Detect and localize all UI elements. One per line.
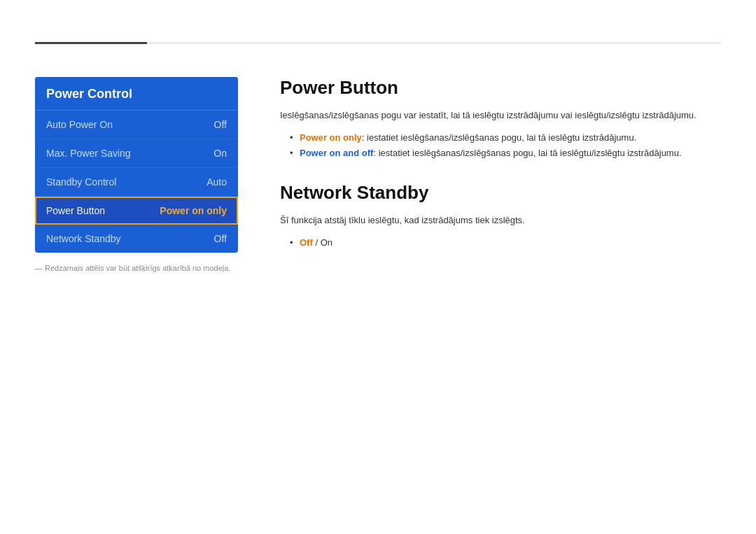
power-on-only-rest: : iestatiet ieslēgšanas/izslēgšanas pogu… <box>362 132 636 143</box>
main-content: Power Control Auto Power On Off Max. Pow… <box>35 63 721 272</box>
sidebar-item-power-button[interactable]: Power Button Power on only <box>35 197 238 225</box>
auto-power-on-value: Off <box>214 119 227 130</box>
footnote: ― Redzamais attēls var būt atšķirīgs atk… <box>35 264 238 272</box>
power-on-only-highlight: Power on only <box>300 132 362 143</box>
bullet-power-on-only: Power on only: iestatiet ieslēgšanas/izs… <box>291 130 721 146</box>
off-text: Off <box>300 237 313 248</box>
bullet-off-on: Off / On <box>291 235 721 251</box>
sidebar-item-network-standby[interactable]: Network Standby Off <box>35 225 238 253</box>
network-standby-bullets: Off / On <box>280 235 721 251</box>
on-text: On <box>321 237 332 248</box>
power-button-intro: Ieslēgšanas/izslēgšanas pogu var iestatī… <box>280 108 721 123</box>
network-standby-section-title: Network Standby <box>280 182 721 204</box>
standby-control-label: Standby Control <box>46 176 116 188</box>
sidebar-item-auto-power-on[interactable]: Auto Power On Off <box>35 111 238 139</box>
power-button-bullets: Power on only: iestatiet ieslēgšanas/izs… <box>280 130 721 161</box>
content-panel: Power Button Ieslēgšanas/izslēgšanas pog… <box>280 77 721 272</box>
page-container: Power Control Auto Power On Off Max. Pow… <box>0 0 756 534</box>
menu-title: Power Control <box>35 77 238 111</box>
network-standby-intro: Šī funkcija atstāj tīklu ieslēgtu, kad i… <box>280 213 721 228</box>
top-line-dark <box>35 42 147 44</box>
network-standby-value: Off <box>214 233 227 244</box>
auto-power-on-label: Auto Power On <box>46 119 113 130</box>
sidebar-item-max-power-saving[interactable]: Max. Power Saving On <box>35 139 238 168</box>
network-standby-label: Network Standby <box>46 233 121 244</box>
power-on-and-off-highlight: Power on and off <box>300 148 373 158</box>
sidebar-item-standby-control[interactable]: Standby Control Auto <box>35 168 238 197</box>
bullet-power-on-off: Power on and off: iestatiet ieslēgšanas/… <box>291 146 721 161</box>
top-line-light <box>147 43 721 43</box>
max-power-saving-label: Max. Power Saving <box>46 148 131 159</box>
max-power-saving-value: On <box>214 148 227 159</box>
power-button-label: Power Button <box>46 205 105 216</box>
sidebar: Power Control Auto Power On Off Max. Pow… <box>35 77 238 272</box>
menu-panel: Power Control Auto Power On Off Max. Pow… <box>35 77 238 253</box>
power-button-section-title: Power Button <box>280 77 721 99</box>
top-decorative-lines <box>35 42 721 44</box>
power-button-value: Power on only <box>160 205 227 216</box>
slash-separator: / <box>313 237 321 248</box>
standby-control-value: Auto <box>206 176 227 188</box>
power-on-and-off-rest: : iestatiet ieslēgšanas/izslēgšanas pogu… <box>373 148 681 158</box>
